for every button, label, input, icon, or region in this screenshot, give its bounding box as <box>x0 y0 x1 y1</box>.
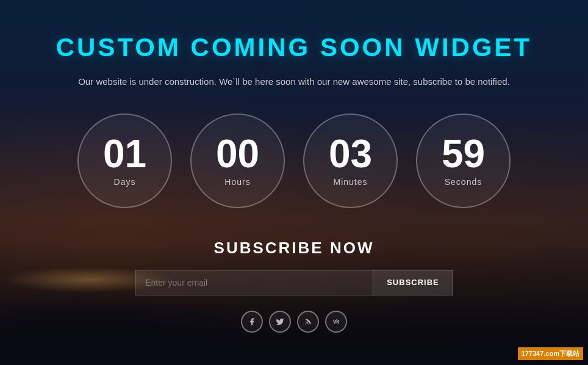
svg-point-0 <box>305 323 306 324</box>
minutes-label: Minutes <box>333 177 367 187</box>
subtitle-text: Our website is under construction. We`ll… <box>12 74 576 89</box>
days-label: Days <box>114 177 136 187</box>
countdown-hours: 00 Hours <box>190 114 285 208</box>
countdown-seconds: 59 Seconds <box>416 114 511 208</box>
countdown-days: 01 Days <box>77 114 172 208</box>
rss-icon[interactable] <box>297 311 319 333</box>
hours-label: Hours <box>224 177 250 187</box>
subscribe-button[interactable]: SUBSCRIBE <box>373 270 453 295</box>
watermark: 177347.com下载站 <box>518 347 583 360</box>
hours-value: 00 <box>216 134 259 173</box>
vk-icon[interactable]: vk <box>325 311 347 333</box>
facebook-icon[interactable] <box>241 311 263 333</box>
main-container: CUSTOM COMING SOON WIDGET Our website is… <box>0 15 588 351</box>
days-value: 01 <box>103 134 146 173</box>
twitter-icon[interactable] <box>269 311 291 333</box>
vk-label: vk <box>333 318 339 325</box>
countdown-section: 01 Days 00 Hours 03 Minutes 59 Seconds <box>12 114 576 208</box>
social-icons-row: vk <box>12 311 576 333</box>
subscribe-heading: SUBSCRIBE NOW <box>12 239 576 258</box>
seconds-value: 59 <box>442 134 485 173</box>
seconds-label: Seconds <box>445 177 482 187</box>
subscribe-form: SUBSCRIBE <box>12 270 576 295</box>
page-title: CUSTOM COMING SOON WIDGET <box>12 33 576 62</box>
countdown-minutes: 03 Minutes <box>303 114 398 208</box>
minutes-value: 03 <box>329 134 372 173</box>
email-input[interactable] <box>135 270 373 295</box>
